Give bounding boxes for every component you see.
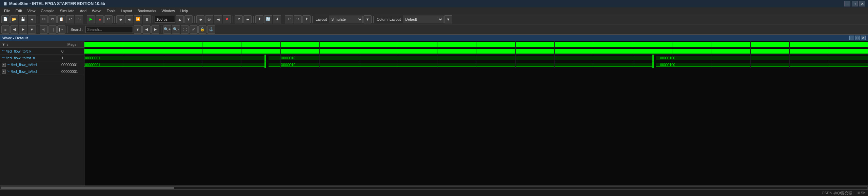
open-button[interactable]: 📂 (10, 15, 18, 23)
zoom-fit-btn[interactable]: ⛶ (181, 25, 189, 34)
wave-list-btn[interactable]: ≡ (1, 25, 9, 34)
go-to-cursor[interactable]: ◎ (205, 15, 213, 23)
search-dropdown-btn[interactable]: ▼ (134, 25, 142, 34)
menu-help[interactable]: Help (178, 8, 191, 14)
zoom-snap-btn[interactable]: ⚓ (207, 25, 215, 34)
wave-btn2[interactable]: ≣ (243, 15, 252, 23)
signal-label-led2: /led_flow_tb/led (11, 70, 37, 74)
cursor-btn1[interactable]: ↩ (285, 15, 293, 23)
stop-button[interactable]: ■ (96, 15, 104, 23)
menu-bookmarks[interactable]: Bookmarks (135, 8, 159, 14)
signal-btn3[interactable]: ⬇ (273, 15, 281, 23)
waveform-area[interactable]: 00000001 00000010 00000100 00000001 0000… (84, 41, 868, 185)
zoom-full-btn[interactable]: ⤢ (190, 25, 198, 34)
signal-row-led1[interactable]: + 〜 /led_flow_tb/led 00000001 (0, 61, 84, 68)
menu-simulate[interactable]: Simulate (57, 8, 77, 14)
menu-window[interactable]: Window (159, 8, 178, 14)
wave-down-btn[interactable]: ▼ (28, 25, 36, 34)
menu-layout[interactable]: Layout (118, 8, 135, 14)
menu-compile[interactable]: Compile (38, 8, 57, 14)
undo-button[interactable]: ↩ (66, 15, 74, 23)
run-button[interactable]: ▶ (87, 15, 95, 23)
grid-line (789, 61, 790, 68)
grid-line (241, 55, 241, 61)
expand-led1-btn[interactable]: + (2, 63, 6, 67)
run-all-button[interactable]: ⏩ (134, 15, 142, 23)
cursor-nav-btn[interactable]: |→ (57, 25, 65, 34)
maximize-button[interactable]: □ (852, 1, 858, 6)
step-fwd-button[interactable]: ⏭ (125, 15, 133, 23)
grid-line (241, 41, 241, 47)
close-button[interactable]: ✕ (859, 1, 865, 6)
app-icon: 🖥 (3, 1, 7, 6)
go-to-start[interactable]: ⏮ (196, 15, 204, 23)
expand-led2-btn[interactable]: + (2, 70, 6, 74)
menu-file[interactable]: File (1, 8, 13, 14)
grid-line (359, 41, 359, 47)
cursor-btn3[interactable]: ⬆ (302, 15, 311, 23)
menu-wave[interactable]: Wave (89, 8, 104, 14)
led1-seg1-label: 00000001 (85, 56, 100, 60)
wave-scrollbar[interactable] (0, 185, 868, 190)
columnlayout-select[interactable]: Default (403, 16, 443, 23)
scrollbar-thumb[interactable] (1, 187, 174, 189)
sep1 (38, 16, 38, 23)
menu-edit[interactable]: Edit (13, 8, 25, 14)
grid-line (319, 55, 320, 61)
wave-fwd-btn[interactable]: ▶ (19, 25, 27, 34)
signal-row-led2[interactable]: + 〜 /led_flow_tb/led 00000001 (0, 68, 84, 75)
signal-row-clk[interactable]: 〜 /led_flow_tb/clk 0 (0, 48, 84, 55)
grid-line (359, 48, 359, 54)
time-down[interactable]: ▼ (184, 15, 193, 23)
sep8 (283, 16, 283, 23)
search-input[interactable] (85, 26, 133, 33)
restart-button[interactable]: ⟳ (104, 15, 113, 23)
sep6 (233, 16, 233, 23)
wave-window-close[interactable]: ✕ (861, 36, 866, 40)
grid-line (124, 61, 124, 68)
print-button[interactable]: 🖨 (28, 15, 36, 23)
scrollbar-track[interactable] (1, 187, 867, 189)
wave-row-rst (84, 48, 868, 55)
cut-button[interactable]: ✂ (40, 15, 48, 23)
copy-button[interactable]: ⧉ (48, 15, 57, 23)
wave-btn1[interactable]: ≋ (235, 15, 243, 23)
wave-window-controls[interactable]: ─ □ ✕ (849, 36, 866, 40)
new-button[interactable]: 📄 (1, 15, 9, 23)
time-up[interactable]: ▲ (176, 15, 184, 23)
zoom-out-btn[interactable]: 🔍- (172, 25, 180, 34)
time-input[interactable] (155, 16, 175, 23)
columnlayout-dropdown[interactable]: ▼ (444, 15, 452, 23)
title-bar-controls[interactable]: ─ □ ✕ (844, 1, 865, 6)
cursor-add-btn[interactable]: +| (40, 25, 48, 34)
paste-button[interactable]: 📋 (57, 15, 65, 23)
search-next-btn[interactable]: ▶ (151, 25, 159, 34)
wave-window-minimize[interactable]: ─ (849, 36, 854, 40)
save-button[interactable]: 💾 (19, 15, 27, 23)
wave-back-btn[interactable]: ◀ (10, 25, 18, 34)
redo-button[interactable]: ↪ (75, 15, 83, 23)
layout-dropdown[interactable]: ▼ (363, 15, 372, 23)
minimize-button[interactable]: ─ (844, 1, 850, 6)
cursor-remove-btn[interactable]: -| (48, 25, 57, 34)
cursor-btn2[interactable]: ↪ (294, 15, 302, 23)
wave-window-maximize[interactable]: □ (855, 36, 860, 40)
signal-btn1[interactable]: ⬆ (255, 15, 263, 23)
break-button[interactable]: ⏸ (143, 15, 151, 23)
zoom-lock-btn[interactable]: 🔒 (198, 25, 206, 34)
signal-col-name-header: ▼ ↕ (0, 42, 60, 46)
wave-titlebar: Wave - Default ─ □ ✕ (0, 35, 868, 41)
menu-tools[interactable]: Tools (104, 8, 118, 14)
layout-select[interactable]: Simulate Default (329, 16, 363, 23)
go-to-end[interactable]: ⏭ (214, 15, 222, 23)
menu-add[interactable]: Add (77, 8, 90, 14)
search-prev-btn[interactable]: ◀ (142, 25, 151, 34)
grid-line (633, 61, 633, 68)
signal-row-rst[interactable]: 〜 /led_flow_tb/rst_n 1 (0, 55, 84, 61)
stop-sim-button[interactable]: ✕ (223, 15, 231, 23)
step-back-button[interactable]: ⏮ (116, 15, 124, 23)
sep7 (253, 16, 254, 23)
menu-view[interactable]: View (25, 8, 38, 14)
signal-btn2[interactable]: 🔄 (264, 15, 272, 23)
zoom-in-btn[interactable]: 🔍+ (163, 25, 171, 34)
